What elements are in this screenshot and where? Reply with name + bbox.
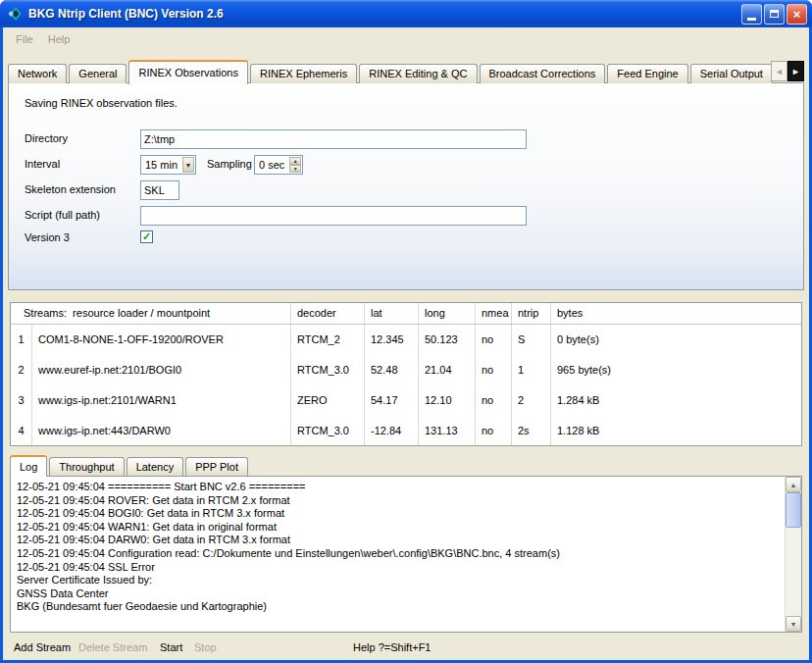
tab-scroll-right-button[interactable]: ► [787,61,804,81]
cell-lat: 12.345 [365,325,419,355]
cell-lat: 54.17 [365,385,419,416]
version3-label: Version 3 [25,231,70,243]
header-decoder: decoder [291,303,365,324]
scroll-up-button[interactable]: ▲ [786,477,801,492]
arrow-down-icon: ▼ [790,621,797,628]
row-number: 4 [11,416,32,446]
interval-dropdown-button[interactable]: ▼ [182,157,194,173]
tab-broadcast-corrections[interactable]: Broadcast Corrections [480,64,606,83]
cell-decoder: ZERO [291,385,365,416]
chevron-down-icon: ▼ [185,162,192,169]
tab-network[interactable]: Network [8,64,67,83]
row-number: 1 [11,325,32,355]
menu-help[interactable]: Help [42,27,76,51]
log-line: 12-05-21 09:45:04 SSL Error [17,561,783,575]
tab-feed-engine[interactable]: Feed Engine [607,64,687,83]
sampling-spinbox[interactable]: 0 sec ▲ ▼ [254,155,303,175]
log-line: GNSS Data Center [17,587,783,601]
start-button[interactable]: Start [160,636,182,660]
spin-down-icon: ▼ [293,166,298,172]
title-bar: BKG Ntrip Client (BNC) Version 2.6 × [0,0,812,27]
cell-mountpoint: COM1-8-NONE-1-OFF-19200/ROVER [32,325,291,355]
rinex-observations-panel: Saving RINEX observation files. Director… [8,82,804,290]
directory-input[interactable] [140,129,527,149]
script-path-input[interactable] [140,206,527,226]
cell-ntrip: 1 [512,355,551,385]
log-line: 12-05-21 09:45:04 WARN1: Get data in ori… [17,521,783,535]
tab-rinex-ephemeris[interactable]: RINEX Ephemeris [250,64,357,83]
cell-long: 131.13 [419,416,476,446]
cell-decoder: RTCM_2 [291,325,365,355]
maximize-icon [770,10,779,18]
log-line: 12-05-21 09:45:04 BOGI0: Get data in RTC… [17,507,783,521]
tab-latency[interactable]: Latency [127,457,184,476]
log-line: 12-05-21 09:45:04 ROVER: Get data in RTC… [17,494,783,508]
scrollbar-track[interactable] [786,492,801,616]
scroll-down-button[interactable]: ▼ [786,616,801,632]
tab-ppp-plot[interactable]: PPP Plot [185,457,248,476]
tab-rinex-editing-qc[interactable]: RINEX Editing & QC [359,64,477,83]
delete-stream-button[interactable]: Delete Stream [78,636,147,660]
client-area: File Help Network General RINEX Observat… [3,27,809,660]
streams-header-row: Streams: resource loader / mountpoint de… [11,303,801,325]
header-lat: lat [365,303,419,324]
cell-mountpoint: www.euref-ip.net:2101/BOGI0 [32,355,291,385]
table-row[interactable]: 3 www.igs-ip.net:2101/WARN1 ZERO 54.17 1… [11,385,801,416]
log-line: 12-05-21 09:45:04 DARW0: Get data in RTC… [17,534,783,547]
log-panel: 12-05-21 09:45:04 ========== Start BNC v… [10,476,802,633]
log-scrollbar[interactable]: ▲ ▼ [785,477,801,632]
spin-up-button[interactable]: ▲ [289,157,301,165]
table-row[interactable]: 1 COM1-8-NONE-1-OFF-19200/ROVER RTCM_2 1… [11,325,801,355]
cell-decoder: RTCM_3.0 [291,355,365,385]
window-controls: × [741,4,807,25]
main-tab-bar: Network General RINEX Observations RINEX… [8,57,804,83]
tab-throughput[interactable]: Throughput [49,457,124,476]
chevron-left-icon: ◄ [775,67,784,76]
app-window: BKG Ntrip Client (BNC) Version 2.6 × Fil… [0,0,812,663]
tab-scroll-left-button[interactable]: ◄ [771,61,787,81]
version3-checkbox[interactable]: ✓ [140,230,153,243]
chevron-right-icon: ► [791,67,800,76]
cell-nmea: no [476,355,512,385]
table-row[interactable]: 4 www.igs-ip.net:443/DARW0 RTCM_3.0 -12.… [11,416,801,446]
sampling-label: Sampling [207,158,252,170]
cell-bytes: 1.128 kB [551,416,801,446]
menu-bar: File Help [3,27,809,51]
app-icon[interactable] [7,5,25,23]
menu-file[interactable]: File [10,27,39,51]
tab-rinex-observations[interactable]: RINEX Observations [128,60,247,84]
header-bytes: bytes [551,303,801,324]
close-button[interactable]: × [787,4,807,25]
header-long: long [419,303,476,324]
cell-nmea: no [476,385,512,416]
row-number: 2 [11,355,32,385]
spin-up-icon: ▲ [293,158,298,164]
table-row[interactable]: 2 www.euref-ip.net:2101/BOGI0 RTCM_3.0 5… [11,355,801,385]
tab-general[interactable]: General [69,64,127,83]
cell-mountpoint: www.igs-ip.net:2101/WARN1 [32,385,291,416]
interval-dropdown[interactable]: 15 min ▼ [140,155,196,175]
skeleton-extension-input[interactable] [140,180,179,200]
cell-ntrip: 2s [512,416,551,446]
cell-lat: 52.48 [365,355,419,385]
minimize-button[interactable] [741,4,762,25]
tab-scrollers: ◄ ► [771,61,804,81]
add-stream-button[interactable]: Add Stream [14,636,71,660]
arrow-up-icon: ▲ [790,482,797,488]
cell-mountpoint: www.igs-ip.net:443/DARW0 [32,416,291,446]
script-path-label: Script (full path) [25,209,100,221]
scrollbar-thumb[interactable] [786,492,801,528]
tab-serial-output[interactable]: Serial Output [690,64,773,83]
log-line: Server Certificate Issued by: [17,574,783,587]
maximize-button[interactable] [764,4,785,25]
stop-button[interactable]: Stop [194,636,217,660]
status-bar: Add Stream Delete Stream Start Stop Help… [3,636,809,660]
interval-value: 15 min [141,159,181,171]
spin-down-button[interactable]: ▼ [289,165,301,173]
log-line: BKG (Bundesamt fuer Geodaesie und Kartog… [17,600,783,614]
sampling-spin-buttons: ▲ ▼ [289,157,301,173]
tab-log[interactable]: Log [10,455,47,477]
cell-lat: -12.84 [365,416,419,446]
cell-long: 12.10 [419,385,476,416]
skeleton-extension-label: Skeleton extension [25,183,116,195]
